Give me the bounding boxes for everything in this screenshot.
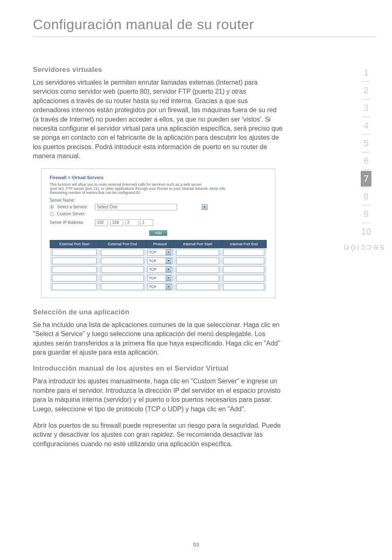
port-input[interactable] <box>101 283 144 290</box>
select-service-dropdown[interactable]: Select One <box>95 204 177 210</box>
table-row: TCP▾ <box>50 256 267 265</box>
port-input[interactable] <box>52 249 97 256</box>
server-name-row: Server Name: <box>50 198 267 203</box>
nav-item-10[interactable]: 10 <box>361 224 371 240</box>
nav-item-3[interactable]: 3 <box>361 100 371 116</box>
table-row: TCP▾ <box>50 265 267 274</box>
protocol-select[interactable]: TCP▾ <box>148 283 172 290</box>
col-ext-port-start: External Port Start <box>50 240 99 248</box>
table-row: TCP▾ <box>50 274 267 282</box>
port-input[interactable] <box>52 283 97 290</box>
select-service-label: Select a Service: <box>57 205 88 209</box>
chevron-down-icon[interactable]: ▾ <box>166 249 171 255</box>
port-input[interactable] <box>176 283 219 290</box>
protocol-select[interactable]: TCP▾ <box>148 275 172 281</box>
chevron-down-icon[interactable]: ▾ <box>166 267 171 272</box>
ip-octet-4[interactable]: 1 <box>140 219 153 226</box>
chevron-down-icon[interactable]: ▾ <box>166 275 171 281</box>
ip-octet-3[interactable]: 2 <box>125 219 138 226</box>
heading-virtual-servers: Servidores virtuales <box>33 66 284 74</box>
nav-separator <box>362 99 370 99</box>
nav-item-5[interactable]: 5 <box>361 136 371 151</box>
protocol-select[interactable]: TCP▾ <box>148 249 172 256</box>
nav-separator <box>362 81 370 82</box>
col-ext-port-end: External Port End <box>99 240 146 248</box>
table-row: TCP▾ <box>50 282 267 291</box>
screenshot-desc-1: This function will allow you to route ex… <box>50 182 267 187</box>
nav-item-4[interactable]: 4 <box>361 118 371 134</box>
table-row: TCP▾ <box>50 248 267 256</box>
custom-server-label: Custom Server: <box>57 212 85 216</box>
paragraph-virtual-servers: Los servidores virtuales le permiten enr… <box>33 78 284 161</box>
paragraph-manual-2: Abrir los puertos de su firewall puede r… <box>33 421 284 449</box>
radio-select-service[interactable] <box>50 205 54 209</box>
chevron-down-icon[interactable]: ▾ <box>166 284 171 290</box>
port-input[interactable] <box>101 258 144 264</box>
server-ip-row: Server IP Address: 192. 168. 2. 1 <box>50 219 267 226</box>
nav-separator <box>362 117 370 117</box>
select-service-row: Select a Service: Select One ▾ <box>50 204 267 210</box>
chevron-down-icon[interactable]: ▾ <box>202 204 208 210</box>
nav-separator <box>362 187 370 188</box>
port-input[interactable] <box>101 249 144 256</box>
ip-octet-1[interactable]: 192 <box>95 219 108 226</box>
router-screenshot: Firewall > Virtual Servers This function… <box>41 168 275 298</box>
nav-separator <box>362 134 370 135</box>
port-input[interactable] <box>223 249 264 256</box>
heading-select-app: Selección de una aplicación <box>33 308 284 316</box>
nav-item-7[interactable]: 7 <box>361 171 371 187</box>
heading-manual-entry: Introducción manual de los ajustes en el… <box>33 364 284 373</box>
col-int-port-end: Internal Port End <box>221 240 266 248</box>
port-input[interactable] <box>223 258 264 264</box>
port-input[interactable] <box>223 266 264 273</box>
server-name-label: Server Name: <box>50 198 75 203</box>
virtual-servers-table: External Port Start External Port End Pr… <box>50 240 267 291</box>
nav-item-8[interactable]: 8 <box>361 189 371 204</box>
server-ip-label: Server IP Address: <box>50 220 95 225</box>
paragraph-select-app: Se ha incluido una lista de aplicaciones… <box>33 320 284 357</box>
chevron-down-icon[interactable]: ▾ <box>166 258 171 264</box>
more-info-link[interactable]: More Info <box>210 187 226 191</box>
port-input[interactable] <box>176 249 219 256</box>
port-input[interactable] <box>176 275 219 281</box>
port-input[interactable] <box>52 266 97 273</box>
port-input[interactable] <box>176 266 219 273</box>
port-input[interactable] <box>176 258 219 264</box>
col-int-port-start: Internal Port Start <box>174 240 221 248</box>
nav-item-9[interactable]: 9 <box>361 206 371 222</box>
screenshot-desc-2: (port 80), FTP server (port 21), or othe… <box>50 187 267 191</box>
protocol-select[interactable]: TCP▾ <box>148 258 172 264</box>
section-label: sección <box>342 242 385 253</box>
ip-octet-2[interactable]: 168 <box>110 219 123 226</box>
nav-item-6[interactable]: 6 <box>361 153 371 169</box>
paragraph-manual-1: Para introducir los ajustes manualmente,… <box>33 377 284 414</box>
col-protocol: Protocol <box>146 240 174 248</box>
nav-item-1[interactable]: 1 <box>361 65 371 81</box>
nav-separator <box>362 170 370 170</box>
breadcrumb: Firewall > Virtual Servers <box>50 175 267 180</box>
protocol-select[interactable]: TCP▾ <box>148 266 172 273</box>
page-title: Configuración manual de su router <box>0 0 392 37</box>
nav-separator <box>362 152 370 152</box>
port-input[interactable] <box>52 275 97 281</box>
custom-server-row: Custom Server: <box>50 212 267 216</box>
section-nav: 12345678910 <box>361 65 371 240</box>
nav-separator <box>362 223 370 223</box>
add-button[interactable]: Add <box>149 230 167 236</box>
nav-item-2[interactable]: 2 <box>361 83 371 98</box>
page-number: 53 <box>0 542 392 548</box>
nav-separator <box>362 205 370 205</box>
port-input[interactable] <box>223 283 264 290</box>
main-content: Servidores virtuales Los servidores virt… <box>0 37 325 449</box>
port-input[interactable] <box>101 275 144 281</box>
port-input[interactable] <box>223 275 264 281</box>
port-input[interactable] <box>52 258 97 264</box>
remaining-entries: Remaining number of entries that can be … <box>50 191 267 195</box>
port-input[interactable] <box>101 266 144 273</box>
radio-custom-server[interactable] <box>50 212 54 216</box>
